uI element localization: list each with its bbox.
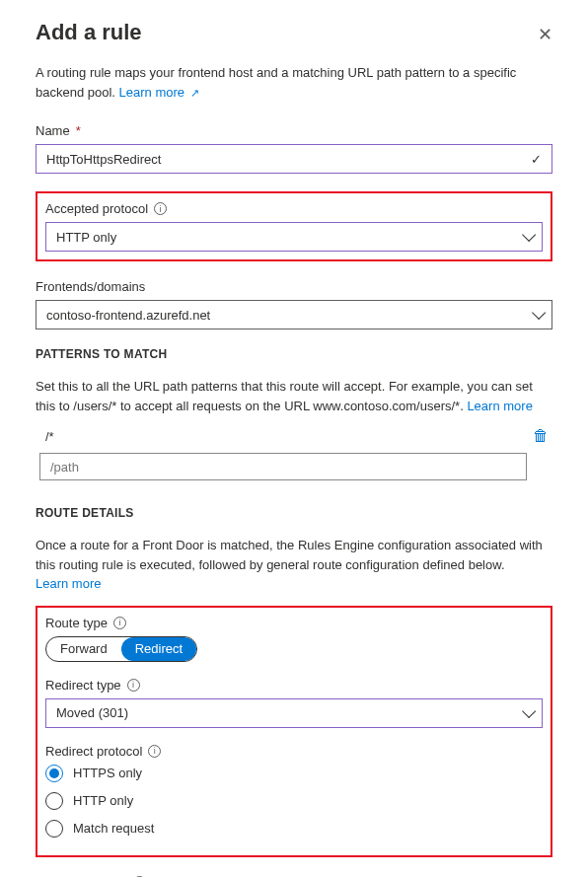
name-input[interactable]: HttpToHttpsRedirect (36, 144, 552, 174)
name-label: Name * (36, 123, 552, 138)
protocol-select[interactable]: HTTP only (45, 222, 543, 252)
frontends-label: Frontends/domains (36, 279, 552, 294)
patterns-help: Set this to all the URL path patterns th… (36, 377, 552, 415)
redirect-type-label: Redirect type i (45, 678, 543, 693)
info-icon[interactable]: i (113, 617, 126, 629)
route-heading: ROUTE DETAILS (36, 506, 552, 520)
route-details-highlight: Route type i Forward Redirect Redirect t… (36, 606, 552, 857)
route-type-redirect[interactable]: Redirect (121, 637, 196, 661)
redirect-protocol-label: Redirect protocol i (45, 744, 543, 759)
check-icon (531, 152, 542, 167)
frontends-select[interactable]: contoso-frontend.azurefd.net (36, 300, 552, 329)
trash-icon[interactable]: 🗑 (533, 427, 549, 445)
protocol-label: Accepted protocol i (45, 201, 543, 216)
page-title: Add a rule (36, 20, 142, 45)
radio-icon (45, 820, 63, 838)
chevron-down-icon (522, 228, 536, 242)
radio-icon (45, 792, 63, 810)
route-type-forward[interactable]: Forward (46, 637, 121, 661)
route-type-toggle[interactable]: Forward Redirect (45, 636, 197, 662)
redirect-type-select[interactable]: Moved (301) (45, 698, 543, 728)
route-learn-more-link[interactable]: Learn more (36, 576, 101, 591)
info-icon[interactable]: i (148, 745, 161, 758)
info-icon[interactable]: i (127, 679, 140, 692)
chevron-down-icon (532, 306, 546, 320)
external-link-icon: ↗ (190, 87, 199, 99)
learn-more-link[interactable]: Learn more ↗ (119, 85, 199, 100)
pattern-item: /* 🗑 (36, 427, 552, 445)
intro-text: A routing rule maps your frontend host a… (36, 63, 552, 102)
redirect-protocol-http[interactable]: HTTP only (45, 792, 543, 810)
close-icon[interactable]: ✕ (538, 24, 552, 45)
patterns-learn-more-link[interactable]: Learn more (467, 399, 532, 413)
path-input[interactable] (39, 453, 527, 480)
route-help: Once a route for a Front Door is matched… (36, 536, 552, 594)
route-type-label: Route type i (45, 616, 543, 630)
patterns-heading: PATTERNS TO MATCH (36, 347, 552, 361)
chevron-down-icon (522, 703, 536, 717)
radio-icon (45, 765, 63, 782)
redirect-protocol-match[interactable]: Match request (45, 820, 543, 838)
protocol-highlight: Accepted protocol i HTTP only (36, 191, 552, 261)
info-icon[interactable]: i (154, 202, 167, 215)
redirect-protocol-https[interactable]: HTTPS only (45, 765, 543, 782)
